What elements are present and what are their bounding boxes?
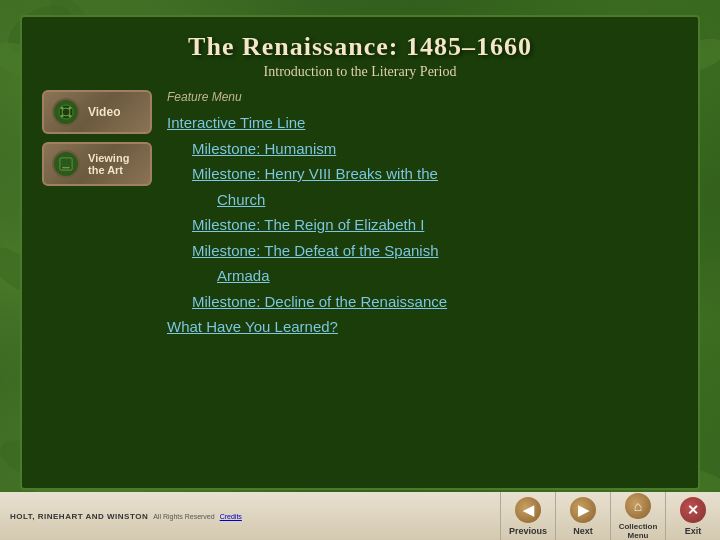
home-icon: ⌂ [625, 493, 651, 519]
credits-link[interactable]: Credits [220, 513, 242, 520]
svg-point-16 [69, 115, 72, 118]
menu-item-interactive-time-line[interactable]: Interactive Time Line [167, 110, 678, 136]
main-content-panel: The Renaissance: 1485–1660 Introduction … [20, 15, 700, 490]
exit-button[interactable]: ✕ Exit [665, 492, 720, 540]
collection-menu-button[interactable]: ⌂ Collection Menu [610, 492, 665, 540]
feature-menu-list: Interactive Time Line Milestone: Humanis… [167, 110, 678, 340]
svg-rect-19 [62, 167, 70, 169]
previous-button[interactable]: ◀ Previous [500, 492, 555, 540]
viewing-art-button[interactable]: Viewing the Art [42, 142, 152, 186]
next-icon: ▶ [570, 497, 596, 523]
next-label: Next [573, 526, 593, 536]
menu-item-elizabeth[interactable]: Milestone: The Reign of Elizabeth I [167, 212, 678, 238]
rights-text: All Rights Reserved [153, 513, 214, 520]
exit-icon: ✕ [680, 497, 706, 523]
menu-item-henry[interactable]: Milestone: Henry VIII Breaks with the [167, 161, 678, 187]
viewing-art-label: Viewing the Art [88, 152, 129, 176]
menu-item-spanish-cont[interactable]: Armada [167, 263, 678, 289]
title-section: The Renaissance: 1485–1660 Introduction … [42, 32, 678, 80]
previous-icon: ◀ [515, 497, 541, 523]
left-panel: Video Viewing the Art [42, 90, 152, 340]
svg-point-14 [69, 107, 72, 110]
svg-point-13 [61, 107, 64, 110]
content-area: Video Viewing the Art Feature Menu Inter… [42, 90, 678, 340]
subtitle: Introduction to the Literary Period [42, 64, 678, 80]
holt-logo: HOLT, RINEHART AND WINSTON [10, 512, 148, 521]
feature-menu-label: Feature Menu [167, 90, 678, 104]
exit-label: Exit [685, 526, 702, 536]
bottom-left-info: HOLT, RINEHART AND WINSTON All Rights Re… [0, 512, 500, 521]
collection-menu-label: Collection Menu [619, 522, 658, 540]
menu-item-henry-cont[interactable]: Church [167, 187, 678, 213]
svg-rect-18 [61, 159, 71, 167]
svg-point-15 [61, 115, 64, 118]
next-button[interactable]: ▶ Next [555, 492, 610, 540]
nav-buttons: ◀ Previous ▶ Next ⌂ Collection Menu ✕ Ex… [500, 492, 720, 540]
video-button[interactable]: Video [42, 90, 152, 134]
previous-label: Previous [509, 526, 547, 536]
film-icon [52, 98, 80, 126]
menu-item-humanism[interactable]: Milestone: Humanism [167, 136, 678, 162]
art-icon [52, 150, 80, 178]
right-panel: Feature Menu Interactive Time Line Miles… [167, 90, 678, 340]
bottom-navigation-bar: HOLT, RINEHART AND WINSTON All Rights Re… [0, 492, 720, 540]
menu-item-what-learned[interactable]: What Have You Learned? [167, 314, 678, 340]
menu-item-spanish[interactable]: Milestone: The Defeat of the Spanish [167, 238, 678, 264]
video-label: Video [88, 105, 120, 119]
main-title: The Renaissance: 1485–1660 [42, 32, 678, 62]
menu-item-decline[interactable]: Milestone: Decline of the Renaissance [167, 289, 678, 315]
